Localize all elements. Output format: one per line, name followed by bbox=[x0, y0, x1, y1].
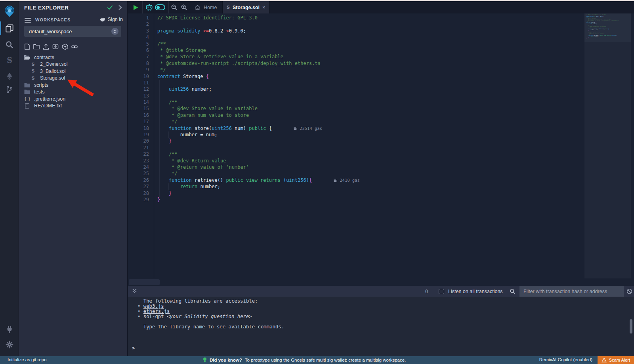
clear-filter-icon[interactable] bbox=[626, 288, 632, 296]
file-explorer-panel: FILE EXPLORER WORKSPACES Sign in default… bbox=[19, 1, 128, 356]
line-number: 28 bbox=[128, 190, 149, 196]
tree-item-scripts[interactable]: scripts bbox=[19, 82, 128, 89]
sidebar-item-solidity-compiler[interactable]: S bbox=[0, 55, 19, 64]
status-bar: Initialize as git repo Did you know? To … bbox=[0, 356, 634, 364]
terminal-collapse-icon[interactable] bbox=[132, 288, 137, 295]
copilot-toggle[interactable] bbox=[155, 4, 165, 10]
code-line-11[interactable]: 11 bbox=[128, 80, 360, 86]
deploy-run-icon bbox=[5, 72, 14, 81]
line-number: 25 bbox=[128, 170, 149, 177]
terminal-output[interactable]: The following libraries are accessible:•… bbox=[128, 297, 634, 357]
close-tab-icon[interactable]: × bbox=[262, 5, 265, 10]
listen-all-transactions-label[interactable]: Listen on all transactions bbox=[448, 289, 503, 294]
code-line-26[interactable]: 26 function retrieve() public view retur… bbox=[128, 177, 360, 183]
code-line-22[interactable]: 22 /** bbox=[128, 151, 360, 157]
code-line-9[interactable]: 9 */ bbox=[128, 67, 360, 73]
transaction-filter-input[interactable] bbox=[519, 286, 624, 297]
code-editor[interactable]: 1// SPDX-License-Identifier: GPL-3.023pr… bbox=[128, 13, 634, 286]
code-line-21[interactable]: 21 bbox=[128, 145, 360, 151]
folder-icon bbox=[24, 83, 31, 88]
code-line-25[interactable]: 25 */ bbox=[128, 170, 360, 177]
terminal-prompt[interactable]: > bbox=[132, 346, 135, 351]
gear-icon bbox=[5, 340, 14, 349]
tree-item-readme-txt[interactable]: README.txt bbox=[19, 103, 128, 110]
code-line-14[interactable]: 14 /** bbox=[128, 99, 360, 105]
code-line-3[interactable]: 3pragma solidity >=0.8.2 <0.9.0; bbox=[128, 28, 360, 34]
terminal-link[interactable]: ethers.js bbox=[143, 309, 170, 314]
code-line-18[interactable]: 18 function store(uint256 num) public { … bbox=[128, 125, 360, 131]
editor-minimap[interactable]: // SPDX-License-Identifier: GPL-3.0pragm… bbox=[584, 13, 631, 278]
code-line-2[interactable]: 2 bbox=[128, 21, 360, 27]
sidebar-item-settings[interactable] bbox=[0, 340, 19, 349]
sign-in-button[interactable]: Sign in bbox=[99, 17, 123, 22]
code-line-5[interactable]: 5/** bbox=[128, 41, 360, 47]
code-line-8[interactable]: 8 * @custom:dev-run-script ./scripts/dep… bbox=[128, 60, 360, 67]
run-script-button[interactable] bbox=[133, 4, 139, 11]
code-line-12[interactable]: 12 uint256 number; bbox=[128, 86, 360, 92]
copilot-status[interactable]: RemixAI Copilot (enabled) bbox=[539, 357, 592, 362]
link-icon[interactable] bbox=[71, 43, 78, 50]
new-file-icon[interactable] bbox=[24, 43, 30, 50]
zoom-in-icon[interactable] bbox=[181, 4, 187, 12]
listen-all-transactions-checkbox[interactable] bbox=[439, 289, 444, 294]
tab-home[interactable]: Home bbox=[191, 1, 221, 13]
code-line-27[interactable]: 27 return number; bbox=[128, 183, 360, 190]
upload-folder-icon[interactable] bbox=[52, 43, 59, 50]
code-line-24[interactable]: 24 * @return value of 'number' bbox=[128, 164, 360, 170]
line-number: 20 bbox=[128, 138, 149, 144]
code-line-28[interactable]: 28 } bbox=[128, 190, 360, 196]
init-git-repo-button[interactable]: Initialize as git repo bbox=[8, 357, 46, 362]
tree-item-3-ballot-sol[interactable]: S3_Ballot.sol bbox=[19, 68, 128, 75]
code-line-16[interactable]: 16 * @param num value to store bbox=[128, 112, 360, 118]
remix-logo-icon[interactable] bbox=[0, 5, 19, 17]
gas-estimate: 22514 gas bbox=[294, 126, 322, 131]
folder-open-icon bbox=[24, 55, 31, 60]
icon-sidebar: S bbox=[0, 1, 19, 356]
sidebar-item-search[interactable] bbox=[0, 40, 19, 49]
line-number: 23 bbox=[128, 158, 149, 164]
panel-collapse-chevron-icon[interactable] bbox=[118, 5, 122, 12]
code-line-17[interactable]: 17 */ bbox=[128, 118, 360, 125]
code-line-15[interactable]: 15 * @dev Store value in variable bbox=[128, 105, 360, 112]
zoom-out-icon[interactable] bbox=[171, 4, 178, 12]
new-folder-icon[interactable] bbox=[33, 43, 40, 50]
remix-ai-robot-icon[interactable] bbox=[145, 4, 153, 13]
workspace-dropdown-stepper-icon[interactable] bbox=[111, 28, 118, 35]
code-line-19[interactable]: 19 number = num; bbox=[128, 131, 360, 138]
file-explorer-toolbar bbox=[24, 43, 78, 50]
upload-file-icon[interactable] bbox=[43, 43, 49, 50]
sidebar-item-file-explorer[interactable] bbox=[0, 23, 19, 34]
workspace-name: default_workspace bbox=[29, 29, 72, 34]
sidebar-item-git[interactable] bbox=[0, 85, 19, 94]
code-line-7[interactable]: 7 * @dev Store & retrieve value in a var… bbox=[128, 53, 360, 60]
sidebar-item-deploy-run[interactable] bbox=[0, 72, 19, 81]
tree-item-storage-sol[interactable]: SStorage.sol bbox=[19, 75, 128, 82]
tree-item-2-owner-sol[interactable]: S2_Owner.sol bbox=[19, 61, 128, 68]
terminal-scrollbar-thumb[interactable] bbox=[630, 319, 632, 334]
scam-alert-button[interactable]: Scam Alert bbox=[598, 356, 634, 364]
github-icon bbox=[99, 17, 105, 22]
code-line-13[interactable]: 13 bbox=[128, 93, 360, 99]
sidebar-item-plugin-manager[interactable] bbox=[0, 325, 19, 334]
terminal-link[interactable]: web3.js bbox=[143, 303, 164, 309]
workspaces-menu-icon[interactable] bbox=[25, 18, 31, 23]
sol-icon: S bbox=[30, 69, 36, 74]
code-line-20[interactable]: 20 } bbox=[128, 138, 360, 144]
line-number: 11 bbox=[128, 80, 149, 86]
warning-icon bbox=[602, 358, 607, 362]
code-line-29[interactable]: 29} bbox=[128, 196, 360, 203]
code-line-6[interactable]: 6 * @title Storage bbox=[128, 47, 360, 53]
code-line-10[interactable]: 10contract Storage { bbox=[128, 73, 360, 80]
terminal-search-icon[interactable] bbox=[510, 288, 516, 296]
workspace-selector[interactable]: default_workspace bbox=[24, 26, 121, 37]
tab-storage-sol[interactable]: S Storage.sol × bbox=[222, 1, 269, 13]
tree-item-contracts[interactable]: contracts bbox=[19, 54, 128, 61]
ipfs-cube-icon[interactable] bbox=[62, 43, 68, 50]
code-line-4[interactable]: 4 bbox=[128, 34, 360, 40]
git-branch-icon bbox=[6, 85, 13, 94]
code-line-1[interactable]: 1// SPDX-License-Identifier: GPL-3.0 bbox=[128, 15, 360, 21]
horizontal-scrollbar-thumb[interactable] bbox=[129, 279, 160, 285]
tree-item--prettierrc-json[interactable]: { }.prettierrc.json bbox=[19, 95, 128, 103]
tree-item-tests[interactable]: tests bbox=[19, 89, 128, 96]
code-line-23[interactable]: 23 * @dev Return value bbox=[128, 158, 360, 164]
